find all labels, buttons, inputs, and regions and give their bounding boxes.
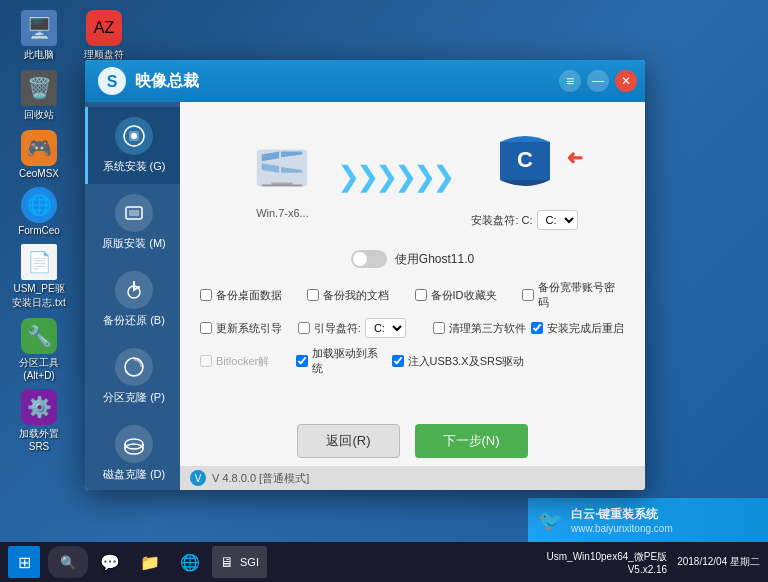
backup-restore-icon bbox=[115, 271, 153, 309]
minimize-button[interactable]: — bbox=[587, 70, 609, 92]
taskbar-items: 🔍 💬 📁 🌐 🖥 SGI bbox=[48, 546, 547, 578]
close-button[interactable]: ✕ bbox=[615, 70, 637, 92]
checkbox-backup-favorites[interactable]: 备份ID收藏夹 bbox=[415, 280, 518, 310]
desktop-icons-col1: 🖥️ 此电脑 🗑️ 回收站 🎮 CeoMSX 🌐 FormCeo 📄 USM_P… bbox=[10, 10, 68, 452]
desktop-icon-label: FormCeo bbox=[18, 225, 60, 236]
desktop-icon-label: CeoMSX bbox=[19, 168, 59, 179]
install-visual: Win.7-x6... ❯❯❯❯❯❯ bbox=[247, 122, 577, 230]
dest-label: 安装盘符: C: bbox=[471, 213, 532, 228]
sidebar: 系统安装 (G) 原版安装 (M) bbox=[85, 102, 180, 490]
desktop-icon-label: 分区工具(Alt+D) bbox=[19, 356, 59, 381]
sidebar-label: 分区克隆 (P) bbox=[103, 390, 165, 405]
taskbar-cortana[interactable]: 💬 bbox=[92, 546, 128, 578]
flow-arrows: ❯❯❯❯❯❯ bbox=[337, 160, 451, 193]
taskbar-app-sgi[interactable]: 🖥 SGI bbox=[212, 546, 267, 578]
desktop-icon-label: USM_PE驱安装日志.txt bbox=[12, 282, 65, 310]
window-content: 系统安装 (G) 原版安装 (M) bbox=[85, 102, 645, 490]
checkboxes-row2: 更新系统引导 引导盘符: C: D: 清理第三方软件 bbox=[200, 318, 625, 338]
sidebar-item-system-install[interactable]: 系统安装 (G) bbox=[85, 107, 180, 184]
svg-text:S: S bbox=[107, 73, 118, 90]
main-panel: Win.7-x6... ❯❯❯❯❯❯ bbox=[180, 102, 645, 490]
taskbar-search[interactable]: 🔍 bbox=[48, 546, 88, 578]
partition-clone-icon bbox=[115, 348, 153, 386]
twitter-icon: 🐦 bbox=[538, 508, 563, 532]
windows-source-icon bbox=[247, 133, 317, 203]
ghost-toggle-label: 使用Ghost11.0 bbox=[395, 251, 474, 268]
drive-icon-svg: C bbox=[485, 122, 565, 202]
app-title: 映像总裁 bbox=[135, 71, 199, 92]
desktop-icon-recycle[interactable]: 🗑️ 回收站 bbox=[10, 70, 68, 122]
checkbox-restart-after[interactable]: 安装完成后重启 bbox=[531, 318, 625, 338]
sidebar-label: 系统安装 (G) bbox=[103, 159, 166, 174]
disk-clone-icon bbox=[115, 425, 153, 463]
app-logo-circle: S bbox=[97, 66, 127, 96]
source-label: Win.7-x6... bbox=[256, 207, 309, 219]
sidebar-item-backup-restore[interactable]: 备份还原 (B) bbox=[85, 261, 180, 338]
desktop-icon-partition[interactable]: 🔧 分区工具(Alt+D) bbox=[10, 318, 68, 381]
version-bar: V V 4.8.0.0 [普通模式] bbox=[180, 466, 645, 490]
ghost-toggle-row: 使用Ghost11.0 bbox=[351, 250, 474, 268]
taskbar-right: Usm_Win10pex64_微PE版 V5.x2.16 2018/12/04 … bbox=[547, 550, 760, 575]
ghost-toggle[interactable] bbox=[351, 250, 387, 268]
boot-drive-select[interactable]: C: D: bbox=[365, 318, 406, 338]
svg-point-4 bbox=[131, 133, 137, 139]
checkbox-inject-usb[interactable]: 注入USB3.X及SRS驱动 bbox=[392, 346, 530, 376]
social-url: www.baiyunxitong.com bbox=[571, 523, 673, 534]
original-install-icon bbox=[115, 194, 153, 232]
desktop-icon-label: 加载外置SRS bbox=[10, 427, 68, 452]
checkbox-backup-desktop[interactable]: 备份桌面数据 bbox=[200, 280, 303, 310]
desktop-icon-ceomsx[interactable]: 🎮 CeoMSX bbox=[10, 130, 68, 179]
desktop-icon-usm-pe[interactable]: 📄 USM_PE驱安装日志.txt bbox=[10, 244, 68, 310]
app-window: S 映像总裁 ≡ — ✕ bbox=[85, 60, 645, 490]
checkbox-bitlocker[interactable]: Bitlocker解 bbox=[200, 346, 292, 376]
sidebar-label: 原版安装 (M) bbox=[102, 236, 166, 251]
checkboxes-row3: Bitlocker解 加载驱动到系统 注入USB3.X及SRS驱动 bbox=[200, 346, 625, 376]
checkboxes-row1: 备份桌面数据 备份我的文档 备份ID收藏夹 备份宽带账号密码 bbox=[200, 280, 625, 310]
window-logo: S 映像总裁 bbox=[97, 66, 199, 96]
desktop-icon-label: 回收站 bbox=[24, 108, 54, 122]
checkbox-boot-drive: 引导盘符: C: D: bbox=[298, 318, 429, 338]
checkbox-update-boot[interactable]: 更新系统引导 bbox=[200, 318, 294, 338]
dest-select-row: 安装盘符: C: C: D: E: bbox=[471, 210, 577, 230]
desktop-icon-formceo[interactable]: 🌐 FormCeo bbox=[10, 187, 68, 236]
sidebar-label: 磁盘克隆 (D) bbox=[103, 467, 165, 482]
next-button[interactable]: 下一步(N) bbox=[415, 424, 528, 458]
version-text: V 4.8.0.0 [普通模式] bbox=[212, 471, 309, 486]
button-row: 返回(R) 下一步(N) bbox=[180, 416, 645, 466]
source-icon-container: Win.7-x6... bbox=[247, 133, 317, 219]
start-button[interactable]: ⊞ bbox=[8, 546, 40, 578]
desktop-icon-col2-1[interactable]: AZ 理顺盘符 bbox=[75, 10, 133, 62]
checkbox-load-driver[interactable]: 加载驱动到系统 bbox=[296, 346, 388, 376]
desktop-icon-load-srs[interactable]: ⚙️ 加载外置SRS bbox=[10, 389, 68, 452]
window-titlebar: S 映像总裁 ≡ — ✕ bbox=[85, 60, 645, 102]
taskbar-sys-info: Usm_Win10pex64_微PE版 V5.x2.16 bbox=[547, 550, 668, 575]
desktop: 🖥️ 此电脑 🗑️ 回收站 🎮 CeoMSX 🌐 FormCeo 📄 USM_P… bbox=[0, 0, 768, 582]
sidebar-item-disk-clone[interactable]: 磁盘克隆 (D) bbox=[85, 415, 180, 490]
svg-rect-6 bbox=[129, 210, 139, 216]
desktop-icon-label: 此电脑 bbox=[24, 48, 54, 62]
svg-text:C: C bbox=[517, 147, 533, 172]
install-area: Win.7-x6... ❯❯❯❯❯❯ bbox=[180, 102, 645, 416]
taskbar-edge[interactable]: 🌐 bbox=[172, 546, 208, 578]
checkbox-clean-software[interactable]: 清理第三方软件 bbox=[433, 318, 527, 338]
menu-button[interactable]: ≡ bbox=[559, 70, 581, 92]
desktop-icon-computer[interactable]: 🖥️ 此电脑 bbox=[10, 10, 68, 62]
taskbar: ⊞ 🔍 💬 📁 🌐 🖥 SGI Usm_Win10pex64_微PE版 V5. bbox=[0, 542, 768, 582]
taskbar-app-label: SGI bbox=[240, 556, 259, 568]
social-brand: 白云·键重装系统 bbox=[571, 506, 673, 523]
back-button[interactable]: 返回(R) bbox=[297, 424, 399, 458]
taskbar-datetime: 2018/12/04 星期二 bbox=[677, 555, 760, 569]
destination-icon-container: C ➜ 安装盘符: C: C: D: E: bbox=[471, 122, 577, 230]
svg-rect-15 bbox=[262, 184, 303, 186]
system-install-icon bbox=[115, 117, 153, 155]
checkbox-backup-broadband[interactable]: 备份宽带账号密码 bbox=[522, 280, 625, 310]
checkbox-backup-docs[interactable]: 备份我的文档 bbox=[307, 280, 410, 310]
sidebar-item-original-install[interactable]: 原版安装 (M) bbox=[85, 184, 180, 261]
social-bar: 🐦 白云·键重装系统 www.baiyunxitong.com bbox=[528, 498, 768, 542]
taskbar-explorer[interactable]: 📁 bbox=[132, 546, 168, 578]
version-icon: V bbox=[190, 470, 206, 486]
sidebar-label: 备份还原 (B) bbox=[103, 313, 165, 328]
sidebar-item-partition-clone[interactable]: 分区克隆 (P) bbox=[85, 338, 180, 415]
drive-select[interactable]: C: D: E: bbox=[537, 210, 578, 230]
window-controls: ≡ — ✕ bbox=[559, 70, 637, 92]
